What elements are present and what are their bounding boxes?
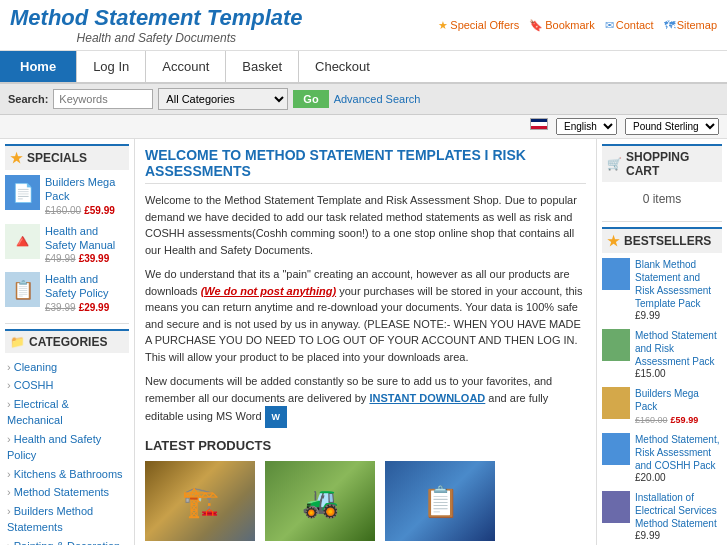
logo-area: Method Statement Template Health and Saf… — [10, 5, 303, 45]
product-img-1: 🏗️ — [145, 461, 255, 541]
category-select[interactable]: All Categories Cleaning COSHH Electrical… — [158, 88, 288, 110]
special-offers-label: Special Offers — [450, 19, 519, 31]
categories-icon: 📁 — [10, 335, 25, 349]
flag-icon — [530, 118, 548, 130]
bs-thumb-5 — [602, 491, 630, 523]
sitemap-link[interactable]: 🗺 Sitemap — [664, 19, 717, 31]
specials-title: ★ SPECIALS — [5, 144, 129, 170]
categories-section: 📁 CATEGORIES Cleaning COSHH Electrical &… — [5, 329, 129, 545]
content-para3: New documents will be added constantly s… — [145, 373, 586, 428]
bs-item-2: Method Statement and Risk Assessment Pac… — [602, 329, 722, 379]
go-button[interactable]: Go — [293, 90, 328, 108]
locale-bar: English Pound Sterling — [0, 115, 727, 139]
search-bar: Search: All Categories Cleaning COSHH El… — [0, 84, 727, 115]
bs-link-1[interactable]: Blank Method Statement and Risk Assessme… — [635, 259, 711, 309]
sitemap-icon: 🗺 — [664, 19, 675, 31]
bs-link-3[interactable]: Builders Mega Pack — [635, 388, 699, 412]
contact-link[interactable]: ✉ Contact — [605, 19, 654, 32]
nav-account[interactable]: Account — [145, 51, 225, 82]
logo-subtitle: Health and Safety Documents — [10, 31, 303, 45]
cart-title: 🛒 SHOPPING CART — [602, 144, 722, 182]
special-price-new-1: £59.99 — [84, 205, 115, 216]
bs-thumb-4 — [602, 433, 630, 465]
currency-select[interactable]: Pound Sterling — [625, 118, 719, 135]
nav-home[interactable]: Home — [0, 51, 76, 82]
cat-kitchens[interactable]: Kitchens & Bathrooms — [5, 465, 129, 484]
special-price-new-3: £29.99 — [79, 302, 110, 313]
cat-coshh[interactable]: COSHH — [5, 376, 129, 395]
cart-count: 0 items — [602, 187, 722, 211]
bs-link-2[interactable]: Method Statement and Risk Assessment Pac… — [635, 330, 717, 367]
right-sidebar: 🛒 SHOPPING CART 0 items ★ BESTSELLERS Bl… — [597, 139, 727, 545]
products-grid: 🏗️ Demolition Method Statement and Risk … — [145, 461, 586, 545]
product-img-2: 🚜 — [265, 461, 375, 541]
bookmark-link[interactable]: 🔖 Bookmark — [529, 19, 595, 32]
product-img-3: 📋 — [385, 461, 495, 541]
search-input[interactable] — [53, 89, 153, 109]
no-post-text: (We do not post anything) — [201, 285, 336, 297]
product-card-3: 📋 Method Statement, Risk Assessment and … — [385, 461, 495, 545]
special-link-3[interactable]: Health and Safety Policy — [45, 273, 109, 299]
bs-item-4: Method Statement, Risk Assessment and CO… — [602, 433, 722, 483]
language-select[interactable]: English — [556, 118, 617, 135]
star-icon: ★ — [438, 19, 448, 32]
main-content: WELCOME TO METHOD STATEMENT TEMPLATES I … — [135, 139, 597, 545]
bs-link-5[interactable]: Installation of Electrical Services Meth… — [635, 492, 717, 529]
categories-title: 📁 CATEGORIES — [5, 329, 129, 353]
bookmark-icon: 🔖 — [529, 19, 543, 32]
bs-thumb-3 — [602, 387, 630, 419]
bestsellers-section: ★ BESTSELLERS Blank Method Statement and… — [602, 227, 722, 545]
contact-label: Contact — [616, 19, 654, 31]
cat-builders[interactable]: Builders Method Statements — [5, 502, 129, 537]
bs-price-2: £15.00 — [635, 368, 722, 379]
cat-method[interactable]: Method Statements — [5, 483, 129, 502]
instant-download-text: INSTANT DOWNLOAD — [369, 392, 485, 404]
special-link-1[interactable]: Builders Mega Pack — [45, 176, 115, 202]
cat-painting[interactable]: Painting & Decoration — [5, 537, 129, 545]
bs-link-4[interactable]: Method Statement, Risk Assessment and CO… — [635, 434, 720, 471]
top-links: ★ Special Offers 🔖 Bookmark ✉ Contact 🗺 … — [438, 19, 717, 32]
bs-item-5: Installation of Electrical Services Meth… — [602, 491, 722, 541]
cat-electrical[interactable]: Electrical & Mechanical — [5, 395, 129, 430]
special-item-1: 📄 Builders Mega Pack £160.00 £59.99 — [5, 175, 129, 216]
bs-price-new-3: £59.99 — [671, 415, 699, 425]
bs-price-4: £20.00 — [635, 472, 722, 483]
special-price-new-2: £39.99 — [79, 253, 110, 264]
special-thumb-2: 🔺 — [5, 224, 40, 259]
special-link-2[interactable]: Health and Safety Manual — [45, 225, 115, 251]
latest-products-title: LATEST PRODUCTS — [145, 438, 586, 453]
cat-health-policy[interactable]: Health and Safety Policy — [5, 430, 129, 465]
main-layout: ★ SPECIALS 📄 Builders Mega Pack £160.00 … — [0, 139, 727, 545]
search-label: Search: — [8, 93, 48, 105]
bs-item-3: Builders Mega Pack £160.00 £59.99 — [602, 387, 722, 425]
advanced-search-link[interactable]: Advanced Search — [334, 93, 421, 105]
special-thumb-1: 📄 — [5, 175, 40, 210]
bookmark-label: Bookmark — [545, 19, 595, 31]
special-offers-link[interactable]: ★ Special Offers — [438, 19, 519, 32]
special-price-old-2: £49.99 — [45, 253, 76, 264]
cat-cleaning[interactable]: Cleaning — [5, 358, 129, 377]
logo-title: Method Statement Template — [10, 5, 303, 31]
content-para2: We do understand that its a "pain" creat… — [145, 266, 586, 365]
bestsellers-title: ★ BESTSELLERS — [602, 227, 722, 253]
nav-basket[interactable]: Basket — [225, 51, 298, 82]
nav-checkout[interactable]: Checkout — [298, 51, 386, 82]
special-item-3: 📋 Health and Safety Policy £39.99 £29.99 — [5, 272, 129, 313]
mail-icon: ✉ — [605, 19, 614, 32]
shopping-cart-section: 🛒 SHOPPING CART 0 items — [602, 144, 722, 211]
special-price-old-3: £39.99 — [45, 302, 76, 313]
cart-icon: 🛒 — [607, 157, 622, 171]
bs-price-old-3: £160.00 — [635, 415, 668, 425]
specials-section: ★ SPECIALS 📄 Builders Mega Pack £160.00 … — [5, 144, 129, 313]
product-card-2: 🚜 Scrapyard Method Statement and Risk As… — [265, 461, 375, 545]
nav-login[interactable]: Log In — [76, 51, 145, 82]
specials-star-icon: ★ — [10, 150, 23, 166]
welcome-title: WELCOME TO METHOD STATEMENT TEMPLATES I … — [145, 147, 586, 184]
nav: Home Log In Account Basket Checkout — [0, 51, 727, 84]
bs-price-1: £9.99 — [635, 310, 722, 321]
bs-thumb-1 — [602, 258, 630, 290]
word-icon: W — [265, 406, 287, 428]
special-item-2: 🔺 Health and Safety Manual £49.99 £39.99 — [5, 224, 129, 265]
sitemap-label: Sitemap — [677, 19, 717, 31]
content-para1: Welcome to the Method Statement Template… — [145, 192, 586, 258]
